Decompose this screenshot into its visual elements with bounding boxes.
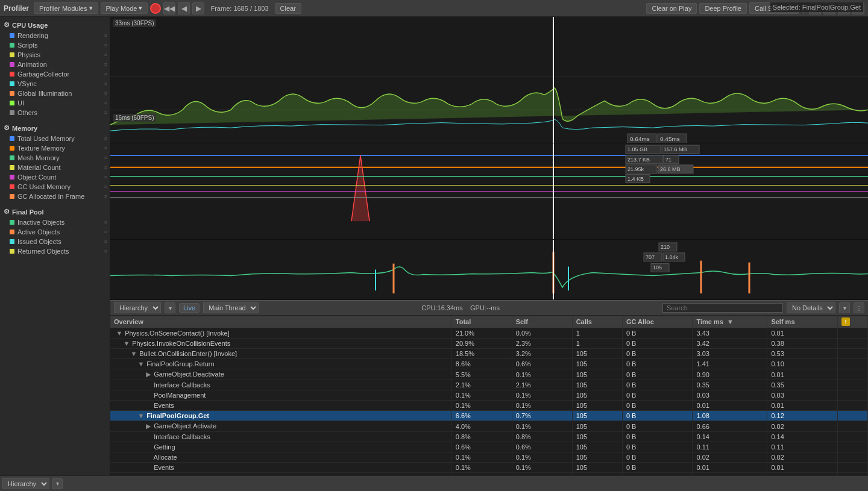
sidebar-item-inactive-objects[interactable]: Inactive Objects≡: [0, 217, 110, 227]
drag-handle[interactable]: ≡: [104, 136, 107, 142]
tree-arrow[interactable]: ▼: [116, 330, 123, 337]
cell-selfms: 0.14: [767, 432, 838, 442]
drag-handle[interactable]: ≡: [104, 42, 107, 48]
cell-selfms: 0.53: [767, 349, 838, 359]
drag-handle[interactable]: ≡: [104, 90, 107, 96]
sidebar-options-button[interactable]: ▾: [52, 478, 63, 489]
play-mode-button[interactable]: Play Mode ▾: [101, 2, 148, 14]
sidebar-item-rendering[interactable]: Rendering≡: [0, 31, 110, 40]
live-button[interactable]: Live: [179, 303, 200, 313]
cell-name: Events: [110, 401, 451, 411]
search-input[interactable]: [662, 303, 783, 313]
table-row[interactable]: ▼ Bullet.OnCollisionEnter() [Invoke] 18.…: [110, 349, 868, 359]
table-row[interactable]: Allocate 0.1% 0.1% 105 0 B 0.02 0.02: [110, 452, 868, 463]
finalpool-section-header[interactable]: ⚙ Final Pool: [0, 206, 110, 217]
col-timems[interactable]: Time ms ▼: [693, 316, 767, 328]
table-row[interactable]: Interface Callbacks 0.8% 0.8% 105 0 B 0.…: [110, 432, 868, 442]
sidebar-item-mesh-memory[interactable]: Mesh Memory≡: [0, 153, 110, 163]
sidebar-item-gc-allocated-in-frame[interactable]: GC Allocated In Frame≡: [0, 192, 110, 201]
sidebar-item-object-count[interactable]: Object Count≡: [0, 172, 110, 182]
sidebar-item-scripts[interactable]: Scripts≡: [0, 40, 110, 50]
next-frame-button[interactable]: ▶: [192, 2, 204, 14]
tree-arrow[interactable]: ▼: [130, 350, 137, 357]
drag-handle[interactable]: ≡: [104, 81, 107, 87]
sidebar-item-material-count[interactable]: Material Count≡: [0, 163, 110, 172]
table-row[interactable]: Getting 0.6% 0.6% 105 0 B 0.11 0.11: [110, 442, 868, 452]
prev-frame-button[interactable]: ◀: [178, 2, 190, 14]
col-selfms[interactable]: Self ms: [767, 316, 838, 328]
sidebar-item-others[interactable]: Others≡: [0, 108, 110, 117]
drag-handle[interactable]: ≡: [104, 248, 107, 254]
tree-arrow[interactable]: ▶: [145, 422, 152, 430]
memory-section-header[interactable]: ⚙ Memory: [0, 122, 110, 134]
drag-handle[interactable]: ≡: [104, 110, 107, 116]
sidebar-item-global-illumination[interactable]: Global Illumination≡: [0, 89, 110, 98]
drag-handle[interactable]: ≡: [104, 71, 107, 77]
cpu-chart-panel[interactable]: 0.64ms 0.45ms 33ms (30FPS) 16ms (60FPS): [110, 17, 868, 143]
sidebar-item-gc-used-memory[interactable]: GC Used Memory≡: [0, 182, 110, 192]
thread-select[interactable]: Main Thread: [203, 302, 259, 313]
record-button[interactable]: [150, 3, 161, 14]
drag-handle[interactable]: ≡: [104, 219, 107, 225]
clear-button[interactable]: Clear: [275, 3, 301, 14]
hierarchy-options-btn[interactable]: ▾: [165, 302, 175, 313]
tree-arrow[interactable]: ▼: [123, 340, 130, 347]
tree-arrow[interactable]: ▼: [137, 412, 145, 419]
drag-handle[interactable]: ≡: [104, 145, 107, 151]
table-row[interactable]: Interface Callbacks 2.1% 2.1% 105 0 B 0.…: [110, 380, 868, 390]
sidebar-item-total-used-memory[interactable]: Total Used Memory≡: [0, 134, 110, 143]
clear-on-play-button[interactable]: Clear on Play: [646, 3, 697, 14]
sidebar-item-physics[interactable]: Physics≡: [0, 50, 110, 60]
table-row[interactable]: ▼ Physics.OnSceneContact() [Invoke] 21.0…: [110, 328, 868, 339]
table-row[interactable]: ▶ GameObject.Activate 4.0% 0.1% 105 0 B …: [110, 421, 868, 432]
no-details-select[interactable]: No Details: [787, 302, 835, 313]
table-row[interactable]: ▼ FinalPoolGroup.Get 6.6% 0.7% 105 0 B 1…: [110, 411, 868, 421]
col-calls[interactable]: Calls: [572, 316, 622, 328]
hierarchy-select[interactable]: Hierarchy: [2, 478, 49, 489]
table-row[interactable]: ▶ GameObject.Deactivate 5.5% 0.1% 105 0 …: [110, 369, 868, 380]
cell-calls: 105: [572, 359, 622, 369]
memory-chart-panel[interactable]: 1.05 GB 157.6 MB 213.7 KB 71 21.95k 26.6…: [110, 143, 868, 240]
table-row[interactable]: ▼ Physics.InvokeOnCollisionEvents 20.9% …: [110, 339, 868, 349]
sidebar-item-vsync[interactable]: VSync≡: [0, 79, 110, 89]
finalpool-chart-panel[interactable]: 210 707 1.04k 105: [110, 240, 868, 300]
sidebar-item-returned-objects[interactable]: Returned Objects≡: [0, 246, 110, 256]
table-row[interactable]: PoolManagement 0.1% 0.1% 105 0 B 0.03 0.…: [110, 390, 868, 401]
color-dot: [10, 110, 14, 115]
drag-handle[interactable]: ≡: [104, 33, 107, 39]
sidebar-item-texture-memory[interactable]: Texture Memory≡: [0, 143, 110, 153]
step-back-button[interactable]: ◀◀: [163, 2, 175, 14]
drag-handle[interactable]: ≡: [104, 184, 107, 190]
drag-handle[interactable]: ≡: [104, 239, 107, 245]
details-options-btn[interactable]: ▾: [839, 302, 850, 313]
table-row[interactable]: ▼ FinalPoolGroup.Return 8.6% 0.6% 105 0 …: [110, 359, 868, 369]
col-total[interactable]: Total: [451, 316, 512, 328]
drag-handle[interactable]: ≡: [104, 164, 107, 170]
sidebar-item-garbagecollector[interactable]: GarbageCollector≡: [0, 69, 110, 79]
col-gcalloc[interactable]: GC Alloc: [622, 316, 693, 328]
more-options-btn[interactable]: ⋮: [854, 302, 864, 313]
sidebar-item-ui[interactable]: UI≡: [0, 98, 110, 108]
deep-profile-button[interactable]: Deep Profile: [699, 3, 747, 14]
table-row[interactable]: Events 0.1% 0.1% 105 0 B 0.01 0.01: [110, 463, 868, 473]
col-self[interactable]: Self: [512, 316, 572, 328]
sidebar-item-animation[interactable]: Animation≡: [0, 60, 110, 69]
sidebar-item-active-objects[interactable]: Active Objects≡: [0, 227, 110, 237]
drag-handle[interactable]: ≡: [104, 193, 107, 199]
cpu-section-header[interactable]: ⚙ CPU Usage: [0, 19, 110, 31]
profiler-modules-button[interactable]: Profiler Modules ▾: [34, 2, 98, 14]
svg-rect-30: [110, 240, 868, 299]
tree-arrow[interactable]: ▼: [137, 360, 145, 367]
tree-arrow[interactable]: ▶: [145, 371, 152, 378]
col-extra[interactable]: !: [837, 316, 867, 328]
table-row[interactable]: Events 0.1% 0.1% 105 0 B 0.01 0.01: [110, 401, 868, 411]
drag-handle[interactable]: ≡: [104, 155, 107, 161]
drag-handle[interactable]: ≡: [104, 174, 107, 180]
drag-handle[interactable]: ≡: [104, 61, 107, 67]
drag-handle[interactable]: ≡: [104, 100, 107, 106]
sidebar-item-issued-objects[interactable]: Issued Objects≡: [0, 237, 110, 246]
hierarchy-dropdown[interactable]: Hierarchy: [114, 302, 161, 313]
drag-handle[interactable]: ≡: [104, 52, 107, 58]
drag-handle[interactable]: ≡: [104, 229, 107, 235]
col-overview[interactable]: Overview: [110, 316, 451, 328]
